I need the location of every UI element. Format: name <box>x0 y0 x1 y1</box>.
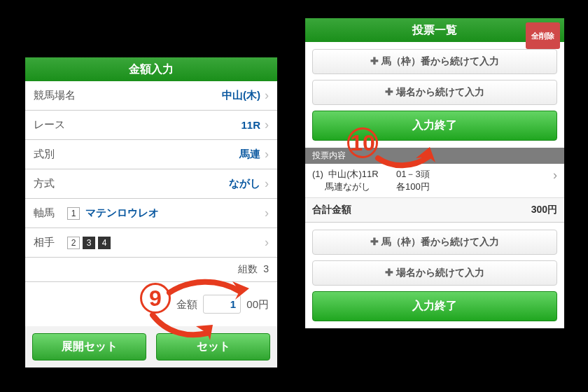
method-value: ながし <box>229 177 260 190</box>
race-label: レース <box>34 118 65 132</box>
bet-index: (1) <box>312 169 323 179</box>
bet-type-label: 式別 <box>34 148 55 161</box>
annotation-arrow-10 <box>371 139 441 174</box>
finish-input-button-bottom[interactable]: 入力終了 <box>312 291 557 321</box>
row-bet-type[interactable]: 式別 馬連 › <box>25 140 277 169</box>
continue-from-horse-button-2[interactable]: ✚馬（枠）番から続けて入力 <box>312 230 557 255</box>
continue-from-name-button-2[interactable]: ✚場名から続けて入力 <box>312 260 557 286</box>
chevron-right-icon: › <box>265 206 269 220</box>
opponent-num-1: 2 <box>67 237 80 249</box>
chevron-right-icon: › <box>265 88 269 103</box>
vote-list-title-text: 投票一覧 <box>412 24 457 36</box>
plus-icon: ✚ <box>385 86 393 97</box>
plus-icon: ✚ <box>385 267 393 278</box>
continue-horse-label: 馬（枠）番から続けて入力 <box>382 55 499 66</box>
plus-icon: ✚ <box>370 55 379 66</box>
chevron-right-icon: › <box>265 147 269 162</box>
opponent-num-3: 4 <box>98 237 111 249</box>
bet-type-value: 馬連 <box>239 148 260 161</box>
axis-label: 軸馬 <box>34 206 55 220</box>
chevron-right-icon: › <box>265 118 269 132</box>
annotation-callout-9: 9 <box>140 283 171 314</box>
bet-col2b: 各100円 <box>396 181 430 192</box>
chevron-right-icon: › <box>473 168 557 193</box>
total-value: 300円 <box>531 204 557 216</box>
axis-number: 1 <box>67 207 80 220</box>
row-method[interactable]: 方式 ながし › <box>25 169 277 199</box>
annotation-callout-10: 10 <box>347 127 378 158</box>
chevron-right-icon: › <box>265 235 269 250</box>
continue-from-name-button[interactable]: ✚場名から続けて入力 <box>312 80 557 105</box>
total-label: 合計金額 <box>312 204 351 216</box>
bet-line2: 馬連ながし <box>325 181 370 192</box>
race-value: 11R <box>241 119 260 131</box>
row-race[interactable]: レース 11R › <box>25 111 277 140</box>
opponent-label: 相手 <box>34 236 55 249</box>
vote-list-title: 投票一覧 全削除 <box>305 18 564 42</box>
continue-name-label: 場名から続けて入力 <box>396 86 484 97</box>
row-racecourse[interactable]: 競馬場名 中山(木) › <box>25 81 277 111</box>
racecourse-label: 競馬場名 <box>34 89 76 102</box>
expand-set-button[interactable]: 展開セット <box>32 333 146 360</box>
opponent-num-2: 3 <box>83 237 95 249</box>
delete-all-button[interactable]: 全削除 <box>526 22 560 49</box>
continue-horse-label-2: 馬（枠）番から続けて入力 <box>382 236 499 247</box>
axis-horse-name: マテンロウレオ <box>85 206 159 220</box>
method-label: 方式 <box>34 177 55 190</box>
chevron-right-icon: › <box>265 176 269 191</box>
racecourse-value: 中山(木) <box>222 89 260 102</box>
kumi-value: 3 <box>263 263 269 274</box>
row-opponent[interactable]: 相手 2 3 4 › <box>25 228 277 258</box>
amount-entry-title: 金額入力 <box>25 57 277 81</box>
plus-icon: ✚ <box>370 236 379 247</box>
continue-from-horse-button[interactable]: ✚馬（枠）番から続けて入力 <box>312 49 557 74</box>
total-row: 合計金額 300円 <box>305 198 564 223</box>
row-axis-horse[interactable]: 軸馬 1 マテンロウレオ › <box>25 199 277 228</box>
continue-name-label-2: 場名から続けて入力 <box>396 267 484 278</box>
